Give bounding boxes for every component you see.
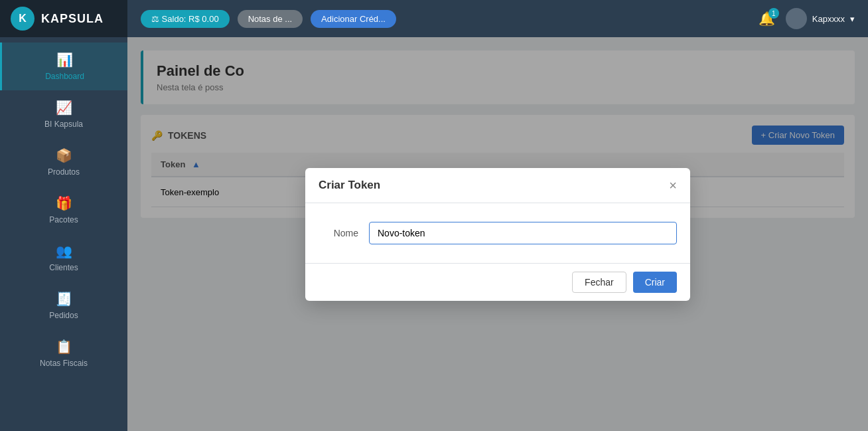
sidebar-item-label: Pedidos: [49, 311, 78, 320]
modal-overlay: Criar Token × Nome Fechar: [127, 37, 868, 431]
sidebar-item-label: Pacotes: [49, 215, 78, 224]
pacotes-icon: 🎁: [56, 195, 72, 211]
modal-footer: Fechar Criar: [305, 263, 690, 301]
modal-title: Criar Token: [319, 179, 380, 192]
page-content: Painel de Co Nesta tela é poss 🔑 TOKENS …: [127, 37, 868, 431]
sidebar-item-clientes[interactable]: 👥 Clientes: [0, 234, 127, 282]
sidebar-item-produtos[interactable]: 📦 Produtos: [0, 138, 127, 186]
modal-header: Criar Token ×: [305, 168, 690, 203]
clientes-icon: 👥: [56, 243, 72, 259]
topbar: ⚖ Saldo: R$ 0.00 Notas de ... Adicionar …: [127, 0, 868, 37]
notif-badge: 1: [768, 8, 779, 19]
saldo-button[interactable]: ⚖ Saldo: R$ 0.00: [141, 10, 230, 28]
chevron-down-icon: ▾: [850, 14, 855, 24]
dashboard-icon: 📊: [56, 52, 73, 68]
sidebar-item-label: Clientes: [49, 263, 78, 272]
sidebar-item-label: Produtos: [48, 167, 80, 177]
sidebar-logo: K KAPSULA: [0, 0, 127, 37]
sidebar-item-notas[interactable]: 📋 Notas Fiscais: [0, 329, 127, 377]
token-name-input[interactable]: [369, 222, 677, 244]
avatar: [786, 8, 807, 29]
app-root: K KAPSULA 📊 Dashboard 📈 BI Kapsula 📦 Pro…: [0, 0, 868, 431]
sidebar-item-pacotes[interactable]: 🎁 Pacotes: [0, 186, 127, 234]
sidebar: K KAPSULA 📊 Dashboard 📈 BI Kapsula 📦 Pro…: [0, 0, 127, 431]
main-area: ⚖ Saldo: R$ 0.00 Notas de ... Adicionar …: [127, 0, 868, 431]
sidebar-nav: 📊 Dashboard 📈 BI Kapsula 📦 Produtos 🎁 Pa…: [0, 43, 127, 377]
logo-circle: K: [11, 7, 35, 31]
notifications-button[interactable]: 🔔 1: [759, 11, 775, 27]
sidebar-item-label: Dashboard: [45, 72, 84, 81]
modal-close-button[interactable]: ×: [669, 179, 677, 192]
sidebar-item-label: Notas Fiscais: [40, 359, 88, 368]
notas-icon: 📋: [56, 339, 72, 355]
user-menu-button[interactable]: Kapxxxx ▾: [786, 8, 855, 29]
modal-body: Nome: [305, 203, 690, 263]
logo-text: KAPSULA: [41, 12, 104, 26]
sidebar-item-label: BI Kapsula: [44, 120, 83, 129]
form-row-name: Nome: [319, 222, 677, 244]
topbar-right: 🔔 1 Kapxxxx ▾: [759, 8, 855, 29]
name-label: Nome: [319, 228, 358, 238]
pedidos-icon: 🧾: [56, 291, 72, 307]
sidebar-item-dashboard[interactable]: 📊 Dashboard: [0, 43, 127, 90]
produtos-icon: 📦: [56, 147, 72, 163]
topbar-left: ⚖ Saldo: R$ 0.00 Notas de ... Adicionar …: [141, 10, 396, 28]
create-token-modal: Criar Token × Nome Fechar: [305, 168, 690, 301]
sidebar-item-bi[interactable]: 📈 BI Kapsula: [0, 90, 127, 138]
sidebar-item-pedidos[interactable]: 🧾 Pedidos: [0, 282, 127, 329]
notas-button[interactable]: Notas de ...: [238, 10, 303, 28]
criar-button[interactable]: Criar: [633, 272, 677, 293]
adicionar-button[interactable]: Adicionar Créd...: [311, 10, 396, 28]
fechar-button[interactable]: Fechar: [572, 272, 626, 293]
bi-icon: 📈: [56, 100, 72, 116]
